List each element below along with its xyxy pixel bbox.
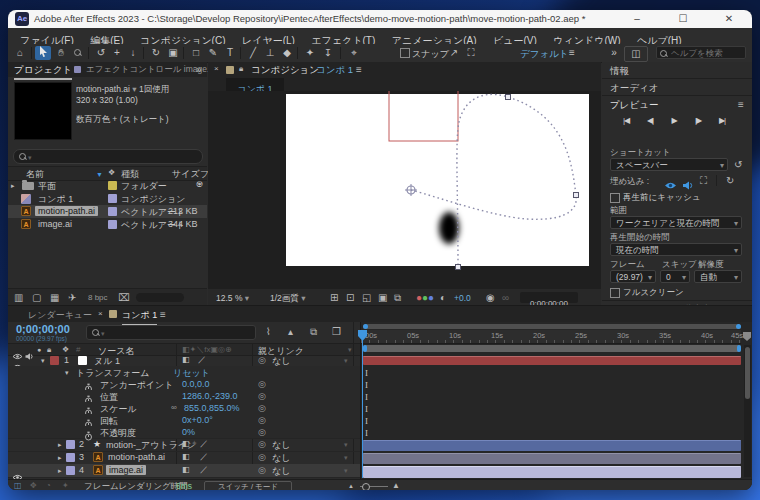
property-value[interactable]: 0.0,0.0	[182, 379, 210, 389]
zoom-level-dropdown[interactable]: 12.5 % ▾	[216, 293, 249, 303]
pickwhip-icon[interactable]: ◎	[258, 380, 266, 389]
label-swatch[interactable]	[66, 440, 75, 449]
channel-red-dot-icon[interactable]: ●●●	[416, 293, 434, 303]
brainstorm-footer-icon[interactable]: ✦	[62, 482, 69, 490]
property-value[interactable]: 0%	[182, 427, 195, 437]
project-row-comp[interactable]: コンポ 1 コンポジション	[8, 192, 207, 205]
mask-visibility-icon[interactable]: ▣	[378, 293, 387, 303]
layer-bar-motion-path[interactable]	[363, 453, 741, 464]
sort-arrow-icon[interactable]: ▼	[96, 171, 103, 178]
zoom-slider-knob[interactable]	[362, 483, 370, 490]
label-column-icon[interactable]: ❖	[62, 346, 69, 354]
roto-brush-tool-icon[interactable]: ✦	[302, 46, 318, 60]
shape-tool-icon[interactable]: □	[188, 46, 204, 60]
close-button[interactable]: ✕	[714, 10, 744, 28]
time-ruler[interactable]: 00s 05s 10s 15s 20s 25s 30s 35s 40s 45s	[361, 330, 741, 344]
tab-info[interactable]: 情報	[610, 65, 629, 78]
label-swatch[interactable]	[50, 356, 59, 365]
exposure-icon[interactable]: ◐	[440, 293, 446, 303]
project-row-folder[interactable]: ▸ 平面 フォルダー ♼	[8, 179, 207, 192]
layer-bar-outline[interactable]	[363, 440, 741, 451]
parent-caret-icon[interactable]: ▾	[344, 454, 348, 461]
graph-editor-icon[interactable]: ❐	[332, 327, 341, 337]
switches-modes-button[interactable]: スイッチ / モード	[204, 481, 292, 490]
grid-guides-icon[interactable]: ⊞	[330, 293, 338, 303]
tab-project[interactable]: プロジェクト	[14, 64, 72, 80]
brush-tool-icon[interactable]: ╱	[245, 46, 261, 60]
lock-column-icon[interactable]: 🔒︎	[47, 346, 51, 354]
snap-options-icon[interactable]: ↗	[446, 46, 462, 60]
zoom-tool-icon[interactable]	[70, 46, 86, 60]
work-area-bar[interactable]	[363, 345, 741, 352]
new-folder-icon[interactable]: ▢	[32, 293, 41, 303]
expander-icon[interactable]: ▸	[58, 467, 62, 474]
project-search-input[interactable]: ▾	[13, 149, 203, 164]
cache-checkbox[interactable]	[610, 193, 620, 203]
new-composition-icon[interactable]: ▦	[50, 293, 59, 303]
close-panel-icon[interactable]: ×	[214, 65, 219, 73]
pickwhip-icon[interactable]: ◎	[258, 416, 266, 425]
composition-flowchart-icon[interactable]: ◫	[14, 482, 22, 490]
shortcut-dropdown[interactable]: スペースバー▾	[610, 158, 728, 171]
orbit-camera-tool-icon[interactable]: ↺	[93, 46, 109, 60]
panel-menu-icon[interactable]: ≡	[160, 310, 166, 320]
parent-dropdown[interactable]: なし	[272, 465, 290, 478]
play-button[interactable]: ▶	[664, 114, 684, 127]
expander-icon[interactable]: ▾	[65, 369, 69, 376]
snapshot-camera-icon[interactable]: ◉	[486, 293, 495, 303]
pickwhip-icon[interactable]: ◎	[258, 428, 266, 437]
workspace-overflow-icon[interactable]: »	[606, 46, 622, 60]
parent-caret-icon[interactable]: ▾	[344, 467, 348, 474]
motion-blur-footer-icon[interactable]: ◔	[46, 482, 51, 490]
home-icon[interactable]: ⌂	[12, 46, 28, 60]
minimize-button[interactable]: –	[622, 10, 652, 28]
help-search-input[interactable]	[656, 46, 746, 59]
close-tab-icon[interactable]: ×	[98, 310, 103, 318]
parent-pickwhip-icon[interactable]: ◎	[258, 356, 266, 365]
parent-pickwhip-icon[interactable]: ◎	[258, 453, 266, 462]
parent-caret-icon[interactable]: ▾	[344, 441, 348, 448]
local-axis-mode-icon[interactable]: ⌖	[346, 46, 362, 60]
text-tool-icon[interactable]: T	[222, 46, 238, 60]
region-of-interest-icon[interactable]: ⊡	[346, 293, 354, 303]
workspace-label[interactable]: デフォルト	[520, 48, 569, 61]
dolly-camera-tool-icon[interactable]: ↓	[125, 46, 141, 60]
lock-icon[interactable]: 🔒︎	[239, 65, 243, 73]
skip-dropdown[interactable]: 0▾	[660, 270, 690, 283]
pen-tool-icon[interactable]: ✎	[205, 46, 221, 60]
maximize-button[interactable]: ☐	[668, 10, 698, 28]
play-from-dropdown[interactable]: 現在の時間▾	[610, 243, 742, 256]
label-swatch[interactable]	[108, 181, 117, 190]
include-overlays-icon[interactable]: ⛶	[700, 176, 707, 186]
pan-camera-tool-icon[interactable]: +	[109, 46, 125, 60]
previous-frame-button[interactable]: ◀|	[640, 114, 660, 127]
layer-row-outline[interactable]: ▸ 2 ★ motion-_アウトライン ◧ ✦ ／ ◎ なし ▾	[8, 438, 360, 452]
frame-rate-dropdown[interactable]: (29.97)▾	[610, 270, 656, 283]
work-area-start-handle[interactable]	[363, 345, 367, 352]
frame-blending-icon[interactable]: ⧉	[310, 327, 317, 337]
interpret-footage-icon[interactable]: ▥	[14, 293, 23, 303]
layer-row-motion-path[interactable]: ▸ 3 A motion-path.ai ◧ ／ ◎ なし ▾	[8, 451, 360, 465]
item-name[interactable]: image.ai	[38, 219, 72, 229]
layer-name[interactable]: motion-path.ai	[108, 452, 165, 462]
preview-caret-icon[interactable]: ▾	[132, 84, 136, 94]
comp-marker-bin-icon[interactable]	[743, 332, 751, 341]
quality-dropdown[interactable]: 1/2画質 ▾	[270, 293, 305, 305]
exposure-value[interactable]: +0.0	[454, 293, 471, 303]
fullscreen-checkbox[interactable]	[610, 288, 620, 298]
selection-tool-icon[interactable]	[35, 46, 51, 60]
fx-switch-icon[interactable]: ／	[200, 440, 208, 448]
composition-mini-flowchart-icon[interactable]: ⌇	[266, 327, 271, 337]
draft-3d-icon[interactable]: ▴	[288, 327, 293, 337]
quality-switch-icon[interactable]: ◧	[182, 453, 190, 461]
label-swatch[interactable]	[66, 453, 75, 462]
timeline-search-input[interactable]: ▾	[86, 325, 256, 340]
fx-switch-icon[interactable]: ／	[200, 453, 208, 461]
current-timecode[interactable]: 0;00;00;00	[16, 323, 70, 335]
puppet-pin-tool-icon[interactable]: ↧	[320, 46, 336, 60]
layer-bar-null[interactable]	[363, 356, 741, 365]
bit-depth[interactable]: 8 bpc	[88, 293, 108, 302]
pickwhip-icon[interactable]: ◎	[258, 392, 266, 401]
zoom-out-mountain-icon[interactable]: ▲	[348, 483, 354, 489]
link-dimensions-icon[interactable]: ∞	[171, 404, 177, 412]
